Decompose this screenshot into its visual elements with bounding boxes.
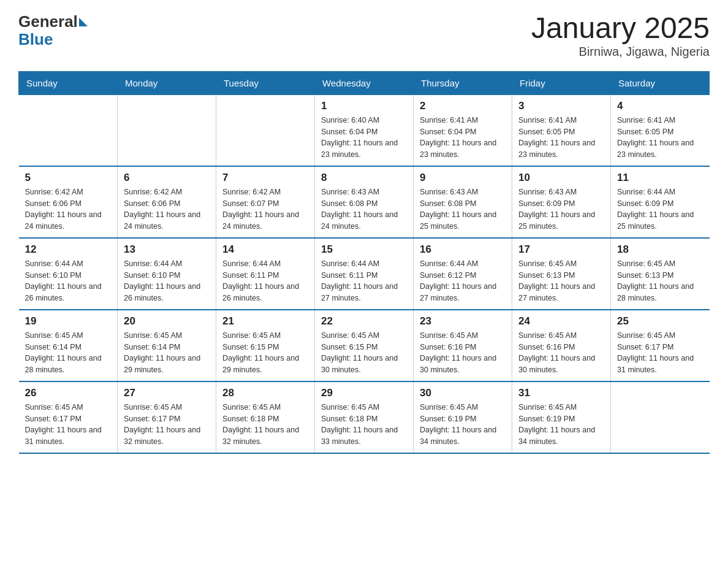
calendar-cell: 13Sunrise: 6:44 AMSunset: 6:10 PMDayligh… <box>118 238 216 310</box>
day-info: Sunrise: 6:41 AMSunset: 6:04 PMDaylight:… <box>420 115 506 161</box>
day-info: Sunrise: 6:43 AMSunset: 6:08 PMDaylight:… <box>420 186 506 232</box>
day-info: Sunrise: 6:45 AMSunset: 6:18 PMDaylight:… <box>321 402 407 448</box>
calendar-cell: 28Sunrise: 6:45 AMSunset: 6:18 PMDayligh… <box>216 381 315 453</box>
day-info: Sunrise: 6:42 AMSunset: 6:06 PMDaylight:… <box>25 186 112 232</box>
day-info: Sunrise: 6:44 AMSunset: 6:10 PMDaylight:… <box>124 258 210 304</box>
day-number: 25 <box>617 315 703 327</box>
title-area: January 2025 Birniwa, Jigawa, Nigeria <box>531 12 710 59</box>
logo-blue-text: Blue <box>18 31 53 47</box>
page-header: General Blue January 2025 Birniwa, Jigaw… <box>18 12 710 59</box>
day-number: 30 <box>420 387 506 399</box>
day-number: 11 <box>617 172 703 184</box>
calendar-cell: 7Sunrise: 6:42 AMSunset: 6:07 PMDaylight… <box>216 166 315 238</box>
calendar-cell <box>611 381 710 453</box>
day-number: 22 <box>321 315 407 327</box>
calendar-cell: 11Sunrise: 6:44 AMSunset: 6:09 PMDayligh… <box>611 166 710 238</box>
day-number: 6 <box>124 172 210 184</box>
day-header-saturday: Saturday <box>611 71 710 94</box>
day-info: Sunrise: 6:45 AMSunset: 6:17 PMDaylight:… <box>617 330 703 376</box>
calendar-cell <box>19 94 118 166</box>
day-headers-row: SundayMondayTuesdayWednesdayThursdayFrid… <box>19 71 710 94</box>
calendar-header: SundayMondayTuesdayWednesdayThursdayFrid… <box>19 71 710 94</box>
day-info: Sunrise: 6:45 AMSunset: 6:17 PMDaylight:… <box>124 402 210 448</box>
day-info: Sunrise: 6:41 AMSunset: 6:05 PMDaylight:… <box>518 115 604 161</box>
week-row-1: 1Sunrise: 6:40 AMSunset: 6:04 PMDaylight… <box>19 94 710 166</box>
day-number: 3 <box>518 100 604 112</box>
day-info: Sunrise: 6:45 AMSunset: 6:13 PMDaylight:… <box>518 258 604 304</box>
day-number: 5 <box>25 172 112 184</box>
day-info: Sunrise: 6:44 AMSunset: 6:11 PMDaylight:… <box>321 258 407 304</box>
calendar-cell: 16Sunrise: 6:44 AMSunset: 6:12 PMDayligh… <box>414 238 512 310</box>
logo-triangle-icon <box>79 18 88 26</box>
calendar-cell: 29Sunrise: 6:45 AMSunset: 6:18 PMDayligh… <box>315 381 414 453</box>
calendar-cell: 17Sunrise: 6:45 AMSunset: 6:13 PMDayligh… <box>512 238 611 310</box>
day-header-wednesday: Wednesday <box>315 71 414 94</box>
page-title: January 2025 <box>531 12 710 45</box>
day-info: Sunrise: 6:41 AMSunset: 6:05 PMDaylight:… <box>617 115 703 161</box>
day-number: 21 <box>222 315 308 327</box>
week-row-5: 26Sunrise: 6:45 AMSunset: 6:17 PMDayligh… <box>19 381 710 453</box>
day-header-sunday: Sunday <box>19 71 118 94</box>
calendar-cell <box>118 94 216 166</box>
day-header-tuesday: Tuesday <box>216 71 315 94</box>
page-subtitle: Birniwa, Jigawa, Nigeria <box>531 45 710 59</box>
day-info: Sunrise: 6:42 AMSunset: 6:07 PMDaylight:… <box>222 186 308 232</box>
calendar-cell: 1Sunrise: 6:40 AMSunset: 6:04 PMDaylight… <box>315 94 414 166</box>
day-info: Sunrise: 6:44 AMSunset: 6:10 PMDaylight:… <box>25 258 112 304</box>
calendar-cell: 6Sunrise: 6:42 AMSunset: 6:06 PMDaylight… <box>118 166 216 238</box>
day-info: Sunrise: 6:45 AMSunset: 6:13 PMDaylight:… <box>617 258 703 304</box>
day-number: 1 <box>321 100 407 112</box>
day-header-friday: Friday <box>512 71 611 94</box>
day-info: Sunrise: 6:44 AMSunset: 6:11 PMDaylight:… <box>222 258 308 304</box>
calendar-cell: 15Sunrise: 6:44 AMSunset: 6:11 PMDayligh… <box>315 238 414 310</box>
day-info: Sunrise: 6:40 AMSunset: 6:04 PMDaylight:… <box>321 115 407 161</box>
calendar-cell: 26Sunrise: 6:45 AMSunset: 6:17 PMDayligh… <box>19 381 118 453</box>
calendar-cell: 12Sunrise: 6:44 AMSunset: 6:10 PMDayligh… <box>19 238 118 310</box>
day-number: 18 <box>617 243 703 256</box>
calendar-cell: 30Sunrise: 6:45 AMSunset: 6:19 PMDayligh… <box>414 381 512 453</box>
day-info: Sunrise: 6:44 AMSunset: 6:09 PMDaylight:… <box>617 186 703 232</box>
day-number: 2 <box>420 100 506 112</box>
day-number: 14 <box>222 243 308 256</box>
day-number: 9 <box>420 172 506 184</box>
calendar-cell: 2Sunrise: 6:41 AMSunset: 6:04 PMDaylight… <box>414 94 512 166</box>
day-number: 26 <box>25 387 112 399</box>
calendar-cell <box>216 94 315 166</box>
day-number: 23 <box>420 315 506 327</box>
calendar-table: SundayMondayTuesdayWednesdayThursdayFrid… <box>18 71 710 454</box>
day-header-monday: Monday <box>118 71 216 94</box>
day-info: Sunrise: 6:43 AMSunset: 6:09 PMDaylight:… <box>518 186 604 232</box>
day-number: 29 <box>321 387 407 399</box>
day-number: 13 <box>124 243 210 256</box>
day-number: 19 <box>25 315 112 327</box>
calendar-cell: 5Sunrise: 6:42 AMSunset: 6:06 PMDaylight… <box>19 166 118 238</box>
calendar-cell: 20Sunrise: 6:45 AMSunset: 6:14 PMDayligh… <box>118 310 216 381</box>
day-info: Sunrise: 6:45 AMSunset: 6:16 PMDaylight:… <box>518 330 604 376</box>
calendar-cell: 27Sunrise: 6:45 AMSunset: 6:17 PMDayligh… <box>118 381 216 453</box>
calendar-cell: 14Sunrise: 6:44 AMSunset: 6:11 PMDayligh… <box>216 238 315 310</box>
day-number: 8 <box>321 172 407 184</box>
week-row-3: 12Sunrise: 6:44 AMSunset: 6:10 PMDayligh… <box>19 238 710 310</box>
day-info: Sunrise: 6:45 AMSunset: 6:14 PMDaylight:… <box>124 330 210 376</box>
logo: General Blue <box>18 12 88 47</box>
calendar-cell: 19Sunrise: 6:45 AMSunset: 6:14 PMDayligh… <box>19 310 118 381</box>
day-info: Sunrise: 6:45 AMSunset: 6:14 PMDaylight:… <box>25 330 112 376</box>
calendar-cell: 4Sunrise: 6:41 AMSunset: 6:05 PMDaylight… <box>611 94 710 166</box>
day-number: 24 <box>518 315 604 327</box>
day-number: 7 <box>222 172 308 184</box>
calendar-cell: 24Sunrise: 6:45 AMSunset: 6:16 PMDayligh… <box>512 310 611 381</box>
day-number: 4 <box>617 100 703 112</box>
day-info: Sunrise: 6:45 AMSunset: 6:18 PMDaylight:… <box>222 402 308 448</box>
day-info: Sunrise: 6:43 AMSunset: 6:08 PMDaylight:… <box>321 186 407 232</box>
day-number: 16 <box>420 243 506 256</box>
day-header-thursday: Thursday <box>414 71 512 94</box>
calendar-cell: 8Sunrise: 6:43 AMSunset: 6:08 PMDaylight… <box>315 166 414 238</box>
calendar-cell: 21Sunrise: 6:45 AMSunset: 6:15 PMDayligh… <box>216 310 315 381</box>
day-number: 28 <box>222 387 308 399</box>
calendar-cell: 31Sunrise: 6:45 AMSunset: 6:19 PMDayligh… <box>512 381 611 453</box>
calendar-cell: 25Sunrise: 6:45 AMSunset: 6:17 PMDayligh… <box>611 310 710 381</box>
day-info: Sunrise: 6:42 AMSunset: 6:06 PMDaylight:… <box>124 186 210 232</box>
day-number: 27 <box>124 387 210 399</box>
calendar-cell: 23Sunrise: 6:45 AMSunset: 6:16 PMDayligh… <box>414 310 512 381</box>
calendar-cell: 3Sunrise: 6:41 AMSunset: 6:05 PMDaylight… <box>512 94 611 166</box>
